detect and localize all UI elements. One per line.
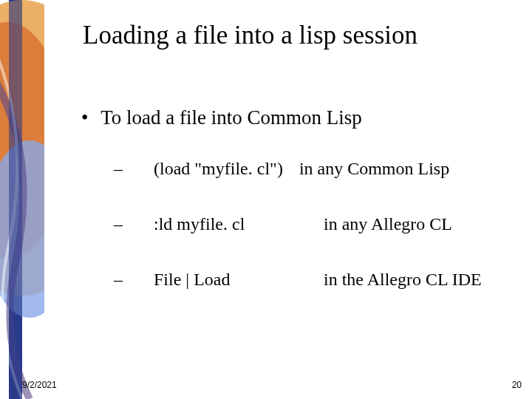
list-item: – (load "myfile. cl") in any Common Lisp	[114, 159, 517, 179]
bullet-glyph: •	[81, 106, 96, 129]
footer-date: 9/2/2021	[22, 380, 57, 390]
slide-title: Loading a file into a lisp session	[83, 21, 517, 50]
context-text: in the Allegro CL IDE	[324, 270, 517, 290]
dash-glyph: –	[114, 159, 154, 179]
context-text: in any Allegro CL	[324, 214, 517, 234]
command-text: (load "myfile. cl")	[154, 159, 283, 179]
decorative-sidebar	[0, 0, 44, 399]
list-item: – File | Load in the Allegro CL IDE	[114, 270, 517, 290]
list-item: – :ld myfile. cl in any Allegro CL	[114, 214, 517, 234]
context-text: in any Common Lisp	[290, 159, 517, 179]
sidebar-graphic	[0, 0, 44, 399]
main-bullet: • To load a file into Common Lisp	[81, 106, 517, 129]
slide-content: Loading a file into a lisp session • To …	[44, 0, 532, 399]
dash-glyph: –	[114, 214, 154, 234]
page-number: 20	[512, 380, 522, 390]
main-bullet-text: To load a file into Common Lisp	[100, 106, 362, 129]
command-text: :ld myfile. cl	[154, 214, 324, 234]
sub-bullet-list: – (load "myfile. cl") in any Common Lisp…	[114, 159, 517, 290]
command-text: File | Load	[154, 270, 324, 290]
svg-rect-5	[9, 0, 22, 399]
dash-glyph: –	[114, 270, 154, 290]
